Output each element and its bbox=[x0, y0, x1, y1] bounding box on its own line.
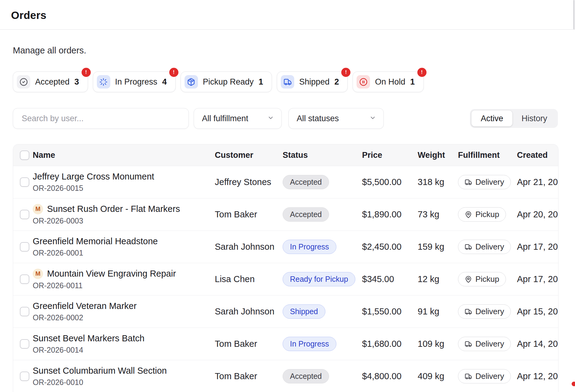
chip-count: 4 bbox=[162, 77, 167, 87]
order-name: Sunset Columbarium Wall Section bbox=[33, 366, 167, 376]
chevron-down-icon bbox=[267, 114, 274, 122]
status-badge: Accepted bbox=[283, 207, 329, 222]
orders-table: Name Customer Status Price Weight Fulfil… bbox=[13, 144, 559, 392]
fulfillment-dropdown[interactable]: All fulfillment bbox=[194, 108, 282, 129]
order-name: Mountain View Engraving Repair bbox=[47, 269, 176, 279]
row-checkbox[interactable] bbox=[20, 242, 29, 252]
spinner-icon bbox=[97, 75, 110, 89]
status-badge: Accepted bbox=[283, 175, 329, 189]
page-subtitle: Manage all orders. bbox=[13, 45, 562, 56]
table-body: Jeffrey Large Cross Monument OR-2026-001… bbox=[13, 166, 558, 392]
row-checkbox[interactable] bbox=[20, 307, 29, 316]
order-weight: 318 kg bbox=[418, 177, 458, 187]
row-checkbox[interactable] bbox=[20, 372, 29, 381]
truck-icon bbox=[465, 243, 472, 251]
customer-name: Jeffrey Stones bbox=[215, 177, 283, 187]
status-dropdown[interactable]: All statuses bbox=[288, 108, 384, 129]
order-weight: 109 kg bbox=[418, 339, 458, 349]
fulfillment-badge: Delivery bbox=[458, 337, 511, 351]
column-header-customer: Customer bbox=[215, 151, 283, 160]
truck-icon bbox=[465, 308, 472, 315]
order-price: $1,890.00 bbox=[362, 209, 418, 220]
row-checkbox[interactable] bbox=[20, 274, 29, 284]
created-date: Apr 15, 2026 bbox=[517, 307, 559, 317]
created-date: Apr 17, 2026 bbox=[517, 242, 559, 252]
map-pin-icon bbox=[465, 276, 472, 283]
map-pin-icon bbox=[465, 211, 472, 218]
check-circle-icon bbox=[17, 75, 30, 89]
fulfillment-badge: Delivery bbox=[458, 304, 511, 319]
status-badge: In Progress bbox=[283, 337, 336, 351]
status-summary-chip[interactable]: Pickup Ready 1 bbox=[181, 71, 272, 92]
edge-notification-dot bbox=[572, 382, 575, 386]
fulfillment-badge: Delivery bbox=[458, 240, 511, 254]
order-weight: 73 kg bbox=[418, 209, 458, 220]
created-date: Apr 12, 2026 bbox=[517, 371, 559, 381]
order-id: OR-2026-0015 bbox=[33, 184, 215, 193]
table-row[interactable]: M Mountain View Engraving Repair OR-2026… bbox=[13, 263, 558, 295]
status-summary-chip[interactable]: On Hold 1 ! bbox=[353, 71, 423, 92]
chip-count: 3 bbox=[75, 77, 79, 87]
status-summary-chip[interactable]: In Progress 4 ! bbox=[93, 71, 176, 92]
created-date: Apr 17, 2026 bbox=[517, 274, 559, 284]
order-price: $1,550.00 bbox=[362, 307, 418, 317]
row-checkbox[interactable] bbox=[20, 339, 29, 349]
view-toggle: Active History bbox=[470, 109, 558, 128]
customer-name: Tom Baker bbox=[215, 339, 283, 349]
order-price: $1,680.00 bbox=[362, 339, 418, 349]
alert-badge: ! bbox=[169, 68, 178, 77]
toggle-history-button[interactable]: History bbox=[512, 111, 556, 126]
customer-name: Lisa Chen bbox=[215, 274, 283, 284]
order-name: Sunset Bevel Markers Batch bbox=[33, 333, 145, 343]
toggle-active-button[interactable]: Active bbox=[471, 111, 512, 126]
memorial-avatar: M bbox=[33, 269, 43, 279]
row-checkbox[interactable] bbox=[20, 177, 29, 187]
column-header-weight: Weight bbox=[418, 151, 458, 160]
fulfillment-label: Delivery bbox=[475, 242, 504, 252]
order-weight: 12 kg bbox=[418, 274, 458, 284]
column-header-fulfillment: Fulfillment bbox=[458, 151, 517, 160]
search-input[interactable] bbox=[13, 108, 189, 129]
order-id: OR-2026-0010 bbox=[33, 378, 215, 387]
row-checkbox[interactable] bbox=[20, 210, 29, 219]
page-content: Manage all orders. Accepted 3 ! In Progr… bbox=[0, 45, 575, 392]
order-id: OR-2026-0003 bbox=[33, 216, 215, 225]
status-summary-chip[interactable]: Shipped 2 ! bbox=[277, 71, 348, 92]
memorial-avatar: M bbox=[33, 204, 43, 214]
table-row[interactable]: Jeffrey Large Cross Monument OR-2026-001… bbox=[13, 166, 558, 198]
select-all-checkbox[interactable] bbox=[20, 151, 29, 160]
filter-row: All fulfillment All statuses Active Hist… bbox=[13, 108, 562, 129]
chip-label: In Progress bbox=[115, 77, 157, 87]
status-dropdown-value: All statuses bbox=[297, 114, 339, 123]
column-header-price: Price bbox=[362, 151, 418, 160]
pause-circle-icon bbox=[357, 75, 370, 89]
chip-label: On Hold bbox=[375, 77, 405, 87]
column-header-name: Name bbox=[33, 151, 215, 160]
scrollbar[interactable] bbox=[573, 0, 574, 29]
order-price: $5,500.00 bbox=[362, 177, 418, 187]
table-row[interactable]: Sunset Columbarium Wall Section OR-2026-… bbox=[13, 360, 558, 392]
status-badge: Ready for Pickup bbox=[283, 272, 355, 286]
status-summary-chip[interactable]: Accepted 3 ! bbox=[13, 71, 88, 92]
fulfillment-label: Pickup bbox=[475, 210, 499, 219]
table-row[interactable]: M Sunset Rush Order - Flat Markers OR-20… bbox=[13, 198, 558, 230]
chip-count: 1 bbox=[410, 77, 415, 87]
chip-label: Pickup Ready bbox=[203, 77, 254, 87]
truck-icon bbox=[465, 373, 472, 380]
alert-badge: ! bbox=[341, 68, 350, 77]
order-price: $345.00 bbox=[362, 274, 418, 284]
created-date: Apr 20, 2026 bbox=[517, 209, 559, 220]
fulfillment-label: Delivery bbox=[475, 177, 504, 187]
table-row[interactable]: Greenfield Veteran Marker OR-2026-0002 S… bbox=[13, 295, 558, 328]
status-badge: Shipped bbox=[283, 304, 325, 319]
status-summary-chips: Accepted 3 ! In Progress 4 ! Pickup Read… bbox=[13, 71, 562, 92]
truck-icon bbox=[281, 75, 294, 89]
fulfillment-badge: Delivery bbox=[458, 369, 511, 383]
table-row[interactable]: Greenfield Memorial Headstone OR-2026-00… bbox=[13, 230, 558, 263]
order-name: Greenfield Veteran Marker bbox=[33, 301, 137, 311]
order-weight: 159 kg bbox=[418, 242, 458, 252]
order-price: $4,800.00 bbox=[362, 371, 418, 381]
customer-name: Tom Baker bbox=[215, 371, 283, 381]
status-badge: Accepted bbox=[283, 369, 329, 383]
table-row[interactable]: Sunset Bevel Markers Batch OR-2026-0014 … bbox=[13, 328, 558, 360]
